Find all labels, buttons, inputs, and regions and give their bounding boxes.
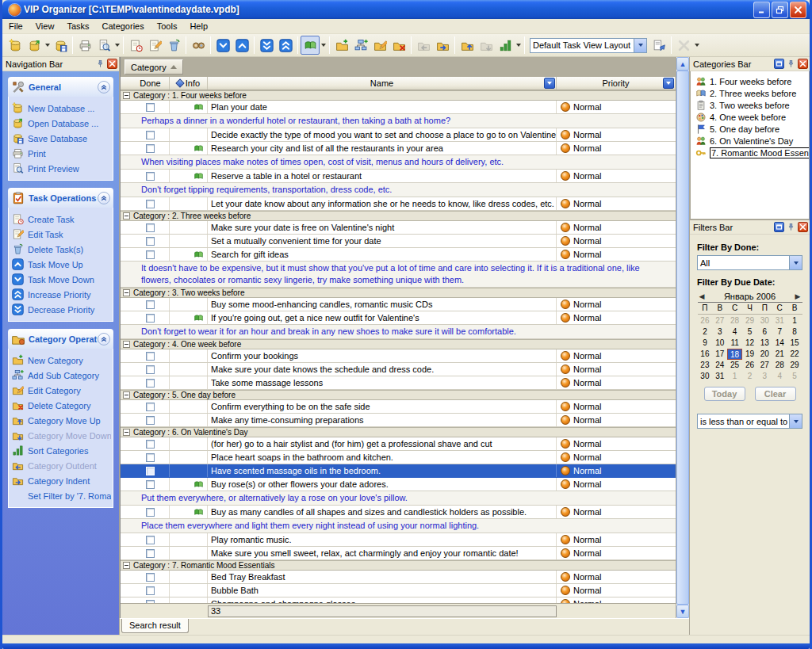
calendar-day[interactable]: 10	[712, 338, 727, 349]
calendar-day[interactable]: 31	[712, 371, 727, 382]
task-row[interactable]: Search for gift ideasNormal	[121, 248, 676, 262]
pin-icon[interactable]	[786, 222, 796, 232]
calendar-day[interactable]: 15	[787, 338, 802, 349]
calendar-day[interactable]: 18	[727, 349, 742, 360]
calendar-day[interactable]: 25	[727, 360, 742, 371]
calendar-day[interactable]: 30	[698, 371, 713, 382]
tree-item[interactable]: 6. On Valentine's Day	[695, 135, 807, 147]
nav-item[interactable]: Category Indent	[12, 473, 111, 488]
delete-layout-button-dropdown[interactable]	[693, 36, 700, 55]
task-row[interactable]: Bubble BathNormal	[121, 584, 676, 597]
edit-category-button[interactable]	[370, 36, 389, 55]
task-row[interactable]: Let your date know about any information…	[121, 197, 676, 211]
close-icon[interactable]	[107, 59, 117, 69]
menu-view[interactable]: View	[29, 20, 61, 32]
done-checkbox[interactable]	[146, 480, 155, 489]
print-preview-button[interactable]	[94, 36, 113, 55]
priority-filter-dropdown-icon[interactable]	[663, 78, 674, 89]
done-checkbox[interactable]	[146, 144, 155, 153]
calendar-day[interactable]: 9	[698, 338, 713, 349]
done-checkbox[interactable]	[146, 103, 155, 112]
collapse-icon[interactable]	[123, 562, 130, 569]
task-row[interactable]: (for her) go to a hair stylist and (for …	[121, 437, 676, 451]
task-row[interactable]: Confirm everything to be on the safe sid…	[121, 400, 676, 414]
done-checkbox[interactable]	[146, 131, 155, 139]
collapse-icon[interactable]	[123, 429, 130, 436]
nav-item[interactable]: Create Task	[12, 212, 111, 227]
done-checkbox[interactable]	[146, 300, 155, 309]
delete-task-button[interactable]	[164, 36, 183, 55]
tab-search-result[interactable]: Search result	[121, 619, 189, 633]
category-indent-button[interactable]	[433, 36, 452, 55]
menu-file[interactable]: File	[2, 20, 29, 32]
calendar-day[interactable]: 26	[742, 360, 757, 371]
task-row[interactable]: Confirm your bookingsNormal	[121, 349, 676, 363]
category-group-row[interactable]: Category : 1. Four weeks before	[121, 90, 676, 101]
pin-icon[interactable]	[95, 59, 105, 69]
scroll-down-icon[interactable]: ▼	[676, 605, 689, 618]
calendar-day[interactable]: 7	[772, 326, 787, 338]
decrease-priority-button[interactable]	[257, 36, 276, 55]
calendar-day[interactable]: 20	[757, 349, 772, 360]
done-checkbox[interactable]	[146, 549, 155, 558]
task-row[interactable]: Place heart soaps in the bathroom and ki…	[121, 451, 676, 464]
show-notes-button[interactable]	[301, 36, 320, 55]
tree-item[interactable]: 2. Three weeks before	[695, 87, 807, 99]
nav-item[interactable]: Sort Categories	[12, 443, 111, 458]
nav-item[interactable]: Delete Task(s)	[12, 242, 111, 257]
close-icon[interactable]	[798, 59, 808, 69]
nav-item[interactable]: Category Outdent	[12, 458, 111, 473]
done-checkbox[interactable]	[146, 467, 155, 475]
nav-item[interactable]: New Category	[12, 353, 111, 368]
calendar-day[interactable]: 14	[772, 338, 787, 349]
apply-layout-button[interactable]	[649, 36, 668, 55]
delete-category-button[interactable]	[389, 36, 408, 55]
calendar-day[interactable]: 27	[757, 360, 772, 371]
nav-item[interactable]: Task Move Up	[12, 257, 111, 272]
category-move-down-button[interactable]	[477, 36, 496, 55]
nav-item[interactable]: Add Sub Category	[12, 368, 111, 383]
collapse-group-button[interactable]	[98, 81, 110, 94]
category-group-row[interactable]: Category : 6. On Valentine's Day	[121, 427, 676, 437]
nav-item[interactable]: Increase Priority	[12, 287, 111, 302]
done-checkbox[interactable]	[146, 573, 155, 582]
task-row[interactable]: Bed Tray BreakfastNormal	[121, 571, 676, 584]
task-row[interactable]: If you're going out, get a nice new outf…	[121, 311, 676, 325]
calendar-day[interactable]: 17	[712, 349, 727, 360]
done-checkbox[interactable]	[146, 172, 155, 181]
calendar-day[interactable]: 23	[698, 360, 713, 371]
calendar-day[interactable]: 28	[772, 360, 787, 371]
menu-tasks[interactable]: Tasks	[60, 20, 95, 32]
edit-task-button[interactable]	[145, 36, 164, 55]
task-row[interactable]: Take some massage lessonsNormal	[121, 376, 676, 390]
name-filter-dropdown-icon[interactable]	[544, 78, 555, 89]
done-checkbox[interactable]	[146, 365, 155, 374]
task-row[interactable]: Reserve a table in a hotel or restaurant…	[121, 170, 676, 183]
task-row[interactable]: Make sure your date is free on Valentine…	[121, 221, 676, 235]
calendar-day[interactable]: 31	[772, 315, 787, 326]
restore-icon[interactable]	[774, 59, 784, 69]
task-row[interactable]: Have scented massage oils in the bedroom…	[121, 464, 676, 478]
task-move-up-button[interactable]	[232, 36, 251, 55]
pin-icon[interactable]	[786, 59, 796, 69]
calendar-day[interactable]: 4	[727, 326, 742, 338]
menu-help[interactable]: Help	[183, 20, 214, 32]
tree-item[interactable]: 7. Romantic Mood Essentials	[695, 147, 807, 158]
category-group-row[interactable]: Category : 7. Romantic Mood Essentials	[121, 560, 676, 571]
grid-vertical-scrollbar[interactable]: ▲ ▼	[676, 57, 689, 618]
done-checkbox[interactable]	[146, 403, 155, 411]
task-row[interactable]: Buy some mood-enhancing candles, romanti…	[121, 298, 676, 311]
done-checkbox[interactable]	[146, 586, 155, 595]
collapse-group-button[interactable]	[98, 192, 110, 204]
nav-item[interactable]: New Database ...	[12, 101, 111, 116]
calendar-day[interactable]: 1	[727, 371, 742, 382]
done-checkbox[interactable]	[146, 440, 155, 449]
print-preview-button-dropdown[interactable]	[113, 36, 121, 55]
task-row[interactable]: Plan your dateNormal	[121, 101, 676, 114]
minimize-button[interactable]	[753, 2, 770, 18]
show-notes-button-dropdown[interactable]	[320, 36, 327, 55]
calendar-day[interactable]: 30	[757, 315, 772, 326]
task-row[interactable]: Champagne and champagne glassesNormal	[121, 597, 676, 603]
done-checkbox[interactable]	[146, 536, 155, 544]
today-button[interactable]: Today	[704, 387, 745, 401]
